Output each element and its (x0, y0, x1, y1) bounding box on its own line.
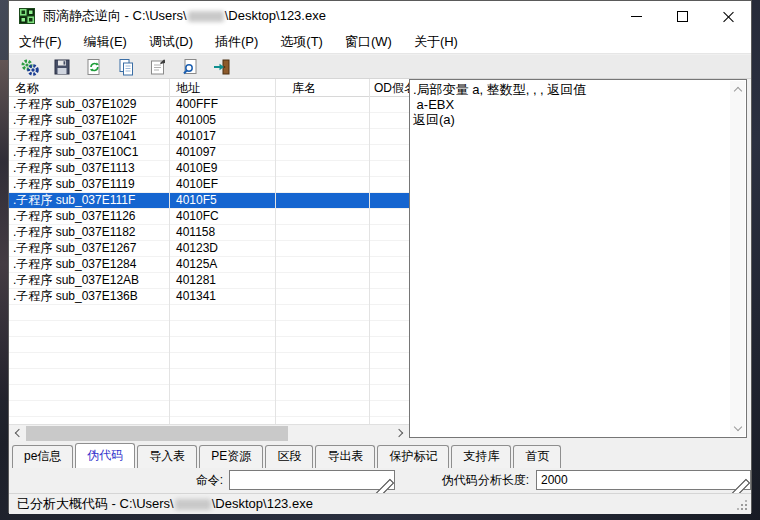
table-row[interactable]: .子程序 sub_037E1029400FFF (9, 97, 409, 113)
table-row[interactable] (9, 305, 409, 321)
table-row[interactable] (9, 353, 409, 369)
table-row[interactable]: .子程序 sub_037E11264010FC (9, 209, 409, 225)
minimize-icon (631, 16, 642, 17)
tab-6[interactable]: 导出表 (315, 445, 375, 468)
table-row[interactable]: .子程序 sub_037E12AB401281 (9, 273, 409, 289)
table-row[interactable]: .子程序 sub_037E10C1401097 (9, 145, 409, 161)
code-line: a-EBX (413, 97, 728, 112)
table-row[interactable] (9, 369, 409, 385)
resize-grip[interactable] (737, 500, 747, 510)
tab-1[interactable]: pe信息 (12, 445, 73, 468)
tab-4[interactable]: PE资源 (199, 445, 263, 468)
command-label: 命令: (129, 468, 223, 493)
maximize-icon (677, 11, 688, 22)
code-line: .局部变量 a, 整数型, , , 返回值 (413, 82, 728, 97)
row-address: 40123D (176, 241, 218, 256)
tab-9[interactable]: 首页 (513, 445, 561, 468)
close-button[interactable] (705, 1, 751, 31)
row-name: .子程序 sub_037E111F (13, 193, 135, 208)
horizontal-scrollbar[interactable] (9, 424, 409, 441)
table-header: 名称 地址 库名 OD假名 (9, 79, 409, 97)
app-icon (19, 8, 35, 24)
menu-item[interactable]: 插件(P) (215, 33, 258, 51)
gears-icon[interactable] (19, 56, 41, 78)
exit-door-icon[interactable] (211, 56, 233, 78)
row-name: .子程序 sub_037E10C1 (13, 145, 138, 160)
scroll-right-arrow-icon[interactable] (392, 425, 409, 441)
row-address: 401281 (176, 273, 216, 288)
table-row[interactable]: .子程序 sub_037E1041401017 (9, 129, 409, 145)
table-row[interactable]: .子程序 sub_037E128440125A (9, 257, 409, 273)
table-row[interactable] (9, 321, 409, 337)
row-address: 401005 (176, 113, 216, 128)
tab-7[interactable]: 保护标记 (377, 445, 449, 468)
app-window: 雨滴静态逆向 - C:\Users\\Desktop\123.exe 文件(F)… (8, 0, 752, 513)
status-bar: 已分析大概代码 - C:\Users\\Desktop\123.exe (9, 493, 751, 514)
close-icon (723, 11, 734, 22)
redacted-username (175, 499, 211, 510)
menu-item[interactable]: 选项(T) (280, 33, 323, 51)
row-name: .子程序 sub_037E1113 (13, 161, 135, 176)
redacted-username (188, 11, 224, 22)
tab-8[interactable]: 支持库 (451, 445, 511, 468)
row-address: 4010F5 (176, 193, 217, 208)
row-address: 40125A (176, 257, 217, 272)
column-header-name[interactable]: 名称 (15, 79, 39, 97)
column-divider (369, 79, 370, 424)
table-row[interactable]: .子程序 sub_037E111F4010F5 (9, 193, 409, 209)
tab-2[interactable]: 伪代码 (75, 443, 135, 468)
table-row[interactable]: .子程序 sub_037E136B401341 (9, 289, 409, 305)
maximize-button[interactable] (659, 1, 705, 31)
analysis-length-combobox[interactable]: 2000 (536, 470, 751, 490)
row-address: 401017 (176, 129, 216, 144)
horizontal-scrollbar-thumb[interactable] (26, 426, 288, 441)
pseudocode-text: .局部变量 a, 整数型, , , 返回值 a-EBX返回(a) (413, 82, 728, 127)
menu-item[interactable]: 编辑(E) (84, 33, 127, 51)
title-bar[interactable]: 雨滴静态逆向 - C:\Users\\Desktop\123.exe (9, 1, 751, 31)
scroll-up-arrow-icon[interactable] (730, 81, 745, 97)
column-header-library[interactable]: 库名 (292, 79, 316, 97)
column-divider (275, 79, 276, 424)
table-row[interactable] (9, 385, 409, 401)
row-address: 401341 (176, 289, 216, 304)
window-title: 雨滴静态逆向 - C:\Users\\Desktop\123.exe (43, 1, 326, 31)
table-row[interactable]: .子程序 sub_037E102F401005 (9, 113, 409, 129)
save-icon[interactable] (51, 56, 73, 78)
minimize-button[interactable] (613, 1, 659, 31)
window-controls (613, 1, 751, 31)
command-row: 命令: 伪代码分析长度: 2000 (9, 468, 751, 493)
vertical-scrollbar[interactable] (730, 81, 745, 436)
row-name: .子程序 sub_037E136B (13, 289, 138, 304)
row-name: .子程序 sub_037E1182 (13, 225, 136, 240)
refresh-doc-icon[interactable] (83, 56, 105, 78)
properties-doc-icon[interactable] (147, 56, 169, 78)
menu-item[interactable]: 窗口(W) (345, 33, 392, 51)
table-row[interactable] (9, 337, 409, 353)
tab-3[interactable]: 导入表 (137, 445, 197, 468)
row-name: .子程序 sub_037E1119 (13, 177, 135, 192)
menu-item[interactable]: 文件(F) (19, 33, 62, 51)
row-address: 4010EF (176, 177, 218, 192)
menu-bar: 文件(F)编辑(E)调试(D)插件(P)选项(T)窗口(W)关于(H) (9, 31, 751, 54)
copy-icon[interactable] (115, 56, 137, 78)
table-row[interactable] (9, 401, 409, 417)
table-row[interactable]: .子程序 sub_037E11194010EF (9, 177, 409, 193)
tab-5[interactable]: 区段 (265, 445, 313, 468)
column-header-address[interactable]: 地址 (176, 79, 200, 97)
row-address: 401158 (176, 225, 215, 240)
table-row[interactable]: .子程序 sub_037E126740123D (9, 241, 409, 257)
table-row[interactable]: .子程序 sub_037E11134010E9 (9, 161, 409, 177)
command-combobox[interactable] (229, 470, 395, 490)
desktop-background: 雨滴静态逆向 - C:\Users\\Desktop\123.exe 文件(F)… (0, 0, 760, 520)
menu-item[interactable]: 调试(D) (149, 33, 193, 51)
search-doc-icon[interactable] (179, 56, 201, 78)
row-name: .子程序 sub_037E102F (13, 113, 137, 128)
scroll-left-arrow-icon[interactable] (9, 425, 26, 441)
row-name: .子程序 sub_037E1029 (13, 97, 136, 112)
pseudocode-panel[interactable]: .局部变量 a, 整数型, , , 返回值 a-EBX返回(a) (409, 79, 747, 438)
table-row[interactable]: .子程序 sub_037E1182401158 (9, 225, 409, 241)
row-address: 400FFF (176, 97, 218, 112)
menu-item[interactable]: 关于(H) (414, 33, 458, 51)
column-divider (169, 79, 170, 424)
scroll-down-arrow-icon[interactable] (730, 420, 745, 436)
